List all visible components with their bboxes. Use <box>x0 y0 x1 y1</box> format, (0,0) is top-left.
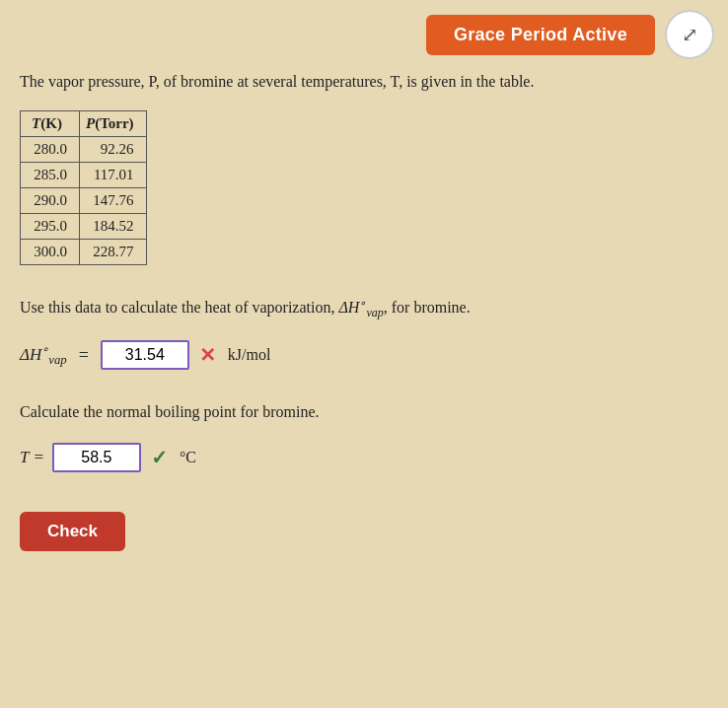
table-row: 280.092.26 <box>21 136 147 162</box>
answer2-unit: °C <box>180 449 196 466</box>
table-row: 290.0147.76 <box>21 187 147 213</box>
cell-T: 295.0 <box>21 213 80 239</box>
answer1-unit: kJ/mol <box>228 346 271 364</box>
cell-T: 280.0 <box>21 136 80 162</box>
answer2-input[interactable] <box>52 443 141 472</box>
intro-text: The vapor pressure, P, of bromine at sev… <box>20 69 708 95</box>
equals-sign-1: = <box>79 345 89 366</box>
cell-P: 147.76 <box>80 187 147 213</box>
cell-T: 300.0 <box>21 239 80 264</box>
answer2-row: T = ✓ °C <box>20 443 708 472</box>
top-bar: Grace Period Active ⤢ <box>0 0 728 69</box>
table-row: 300.0228.77 <box>21 239 147 264</box>
cell-P: 184.52 <box>80 213 147 239</box>
cell-P: 92.26 <box>80 136 147 162</box>
cell-P: 228.77 <box>80 239 147 264</box>
data-table: T(K) P(Torr) 280.092.26285.0117.01290.01… <box>20 110 147 265</box>
expand-icon: ⤢ <box>682 23 698 46</box>
table-row: 285.0117.01 <box>21 162 147 187</box>
question1-text: Use this data to calculate the heat of v… <box>20 295 708 323</box>
check-button[interactable]: Check <box>20 512 125 551</box>
correct-icon: ✓ <box>151 446 168 469</box>
main-content: The vapor pressure, P, of bromine at sev… <box>0 69 728 571</box>
expand-button[interactable]: ⤢ <box>665 10 714 59</box>
col-header-T: T(K) <box>21 110 80 136</box>
answer1-label: ΔH∘vap <box>20 342 67 368</box>
grace-period-button[interactable]: Grace Period Active <box>426 15 655 55</box>
answer1-input[interactable] <box>101 340 189 370</box>
answer1-row: ΔH∘vap = ✕ kJ/mol <box>20 340 708 370</box>
question2-text: Calculate the normal boiling point for b… <box>20 399 708 425</box>
cell-T: 290.0 <box>21 187 80 213</box>
cell-P: 117.01 <box>80 162 147 187</box>
incorrect-icon: ✕ <box>199 343 216 367</box>
table-row: 295.0184.52 <box>21 213 147 239</box>
cell-T: 285.0 <box>21 162 80 187</box>
col-header-P: P(Torr) <box>80 110 147 136</box>
answer2-label: T = <box>20 448 44 467</box>
